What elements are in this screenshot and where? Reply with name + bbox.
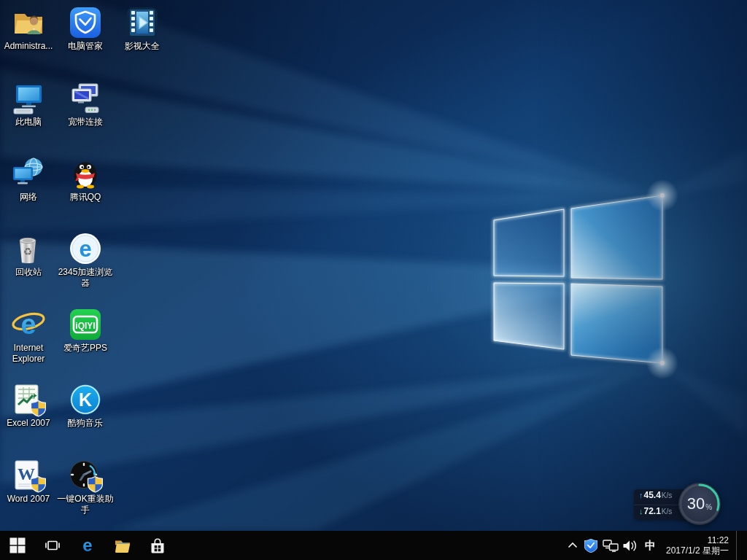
icon-label: 酷狗音乐	[57, 418, 114, 429]
edge-browser-icon: e	[78, 536, 97, 555]
desktop-icon-onekey-ok[interactable]: 一键OK重装助手	[57, 458, 114, 516]
system-tray: 中 11:22 2017/1/2 星期一	[564, 531, 747, 560]
upload-arrow-icon: ↑	[639, 491, 643, 499]
store-button[interactable]	[140, 531, 175, 560]
file-explorer-button[interactable]	[105, 531, 140, 560]
icon-label: 网络	[0, 192, 57, 203]
clock-date: 2017/1/2 星期一	[666, 545, 729, 556]
icon-label: 2345加速浏览器	[57, 267, 114, 289]
volume-icon	[622, 540, 638, 552]
task-view-icon	[43, 536, 62, 555]
usage-percent-text: 30 %	[678, 483, 721, 525]
percent-unit: %	[705, 503, 712, 511]
clock-time: 11:22	[666, 535, 729, 545]
tray-volume[interactable]	[621, 531, 640, 560]
excel-icon	[11, 382, 46, 417]
desktop-icon-this-pc[interactable]: 此电脑	[0, 81, 57, 128]
svg-text:e: e	[82, 536, 92, 555]
icon-label: 一键OK重装助手	[57, 494, 114, 516]
desktop-icon-qq[interactable]: 腾讯QQ	[57, 156, 114, 203]
qq-penguin-icon	[68, 156, 103, 191]
desktop-icon-internet-explorer[interactable]: e Internet Explorer	[0, 307, 57, 365]
windows-start-icon	[9, 537, 26, 553]
this-pc-icon	[11, 81, 46, 116]
edge-browser-button[interactable]: e	[70, 531, 105, 560]
icon-label: 回收站	[0, 267, 57, 278]
chevron-up-icon	[568, 542, 578, 549]
movie-collection-icon	[125, 5, 160, 40]
percent-value: 30	[687, 494, 705, 513]
icon-label: 腾讯QQ	[57, 192, 114, 203]
icon-label: Excel 2007	[0, 418, 57, 429]
task-view-button[interactable]	[35, 531, 70, 560]
desktop-icon-iqiyi[interactable]: iQIYI 爱奇艺PPS	[57, 307, 114, 354]
upload-speed-value: 45.4	[644, 490, 661, 500]
windows-store-icon	[148, 536, 167, 555]
file-explorer-icon	[113, 536, 132, 555]
desktop-icon-excel-2007[interactable]: Excel 2007	[0, 382, 57, 429]
download-speed-unit: K/s	[662, 508, 672, 516]
taskbar: e	[0, 531, 747, 560]
svg-text:♻: ♻	[23, 246, 33, 257]
network-places-icon	[11, 156, 46, 191]
broadband-connection-icon	[68, 81, 103, 116]
usage-percent-ball[interactable]: 30 %	[678, 483, 721, 525]
icon-label: 宽带连接	[57, 117, 114, 128]
upload-speed-unit: K/s	[662, 491, 672, 499]
desktop-icon-recycle-bin[interactable]: ♻ 回收站	[0, 231, 57, 278]
desktop-icon-network[interactable]: 网络	[0, 156, 57, 203]
desktop-icon-movie-collection[interactable]: 影视大全	[114, 5, 171, 52]
ime-indicator[interactable]: 中	[640, 531, 660, 560]
desktop-icon-2345-browser[interactable]: e 2345加速浏览器	[57, 231, 114, 289]
desktop-icon-broadband[interactable]: 宽带连接	[57, 81, 114, 128]
taskbar-empty-area	[175, 531, 564, 560]
ime-label: 中	[645, 539, 656, 553]
pc-manager-shield-icon	[68, 5, 103, 40]
show-desktop-button[interactable]	[736, 531, 747, 560]
download-speed-value: 72.1	[644, 506, 661, 516]
icon-label: Internet Explorer	[0, 343, 57, 365]
download-arrow-icon: ↓	[639, 507, 643, 516]
desktop-icon-kugou[interactable]: K 酷狗音乐	[57, 382, 114, 429]
iqiyi-icon: iQIYI	[68, 307, 103, 342]
taskbar-clock[interactable]: 11:22 2017/1/2 星期一	[660, 535, 736, 556]
kugou-music-icon: K	[68, 382, 103, 417]
svg-text:iQIYI: iQIYI	[75, 321, 95, 331]
tray-security-shield[interactable]	[581, 531, 601, 560]
desktop-icon-word-2007[interactable]: W Word 2007	[0, 458, 57, 505]
icon-label: 此电脑	[0, 117, 57, 128]
tray-expand-button[interactable]	[564, 531, 581, 560]
desktop-icon-pc-manager[interactable]: 电脑管家	[57, 5, 114, 52]
2345-browser-icon: e	[68, 231, 103, 266]
network-status-icon	[603, 540, 619, 552]
icon-label: Word 2007	[0, 494, 57, 505]
svg-text:e: e	[79, 236, 91, 262]
internet-explorer-icon: e	[11, 307, 46, 342]
svg-text:e: e	[20, 309, 36, 340]
onekey-ok-reinstall-icon	[68, 458, 103, 493]
icon-label: 电脑管家	[57, 41, 114, 52]
icon-label: 爱奇艺PPS	[57, 343, 114, 354]
security-shield-icon	[584, 539, 597, 553]
user-folder-icon	[11, 5, 46, 40]
word-icon: W	[11, 458, 46, 493]
svg-text:K: K	[79, 389, 92, 410]
icon-label: Administra...	[0, 41, 57, 52]
start-button[interactable]	[0, 531, 35, 560]
recycle-bin-icon: ♻	[11, 231, 46, 266]
tray-network-status[interactable]	[601, 531, 621, 560]
desktop-icon-administrator[interactable]: Administra...	[0, 5, 57, 52]
icon-label: 影视大全	[114, 41, 171, 52]
